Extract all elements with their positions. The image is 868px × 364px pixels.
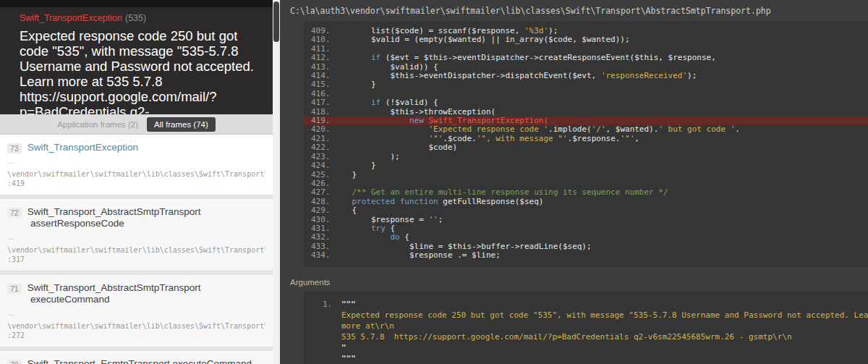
frame-head: 70 Swift_Transport_EsmtpTransport execut…	[7, 358, 265, 364]
line-number: 415.	[304, 80, 333, 89]
frame-number: 71	[7, 284, 22, 294]
left-scrollbar-track[interactable]	[273, 0, 280, 364]
exception-message: Expected response code 250 but got code …	[20, 28, 260, 114]
frames-tab-bar: Application frames (2) All frames (74)	[0, 114, 273, 135]
argument-index: 1.	[323, 299, 341, 310]
exception-class: Swift_TransportException	[20, 13, 122, 23]
frame-ellipsis: …	[7, 234, 265, 241]
code-line: 410. $valid = (empty($wanted) || in_arra…	[304, 35, 868, 44]
frame-ellipsis: …	[7, 158, 265, 165]
frame-item[interactable]: 72 Swift_Transport_AbstractSmtpTransport…	[0, 199, 273, 271]
frames-list: 73 Swift_TransportException … \vendor\sw…	[0, 135, 273, 364]
file-path[interactable]: C:\la\auth3\vendor\swiftmailer\swiftmail…	[290, 6, 771, 16]
frame-path: \vendor\swiftmailer\swiftmailer\lib\clas…	[7, 169, 265, 179]
argument-value-line: 1."""	[323, 299, 862, 310]
exception-header: Swift_TransportException(535) Expected r…	[0, 7, 273, 114]
line-number: 429.	[304, 206, 333, 215]
frame-item[interactable]: 71 Swift_Transport_AbstractSmtpTransport…	[0, 275, 273, 347]
frame-path: \vendor\swiftmailer\swiftmailer\lib\clas…	[7, 245, 265, 255]
frame-method: assertResponseCode	[30, 218, 265, 229]
frame-number: 70	[7, 360, 22, 364]
frame-line-number: :272	[7, 331, 265, 340]
argument-value-line: """	[323, 353, 862, 364]
code-line: 425. }	[304, 171, 868, 179]
frame-class: Swift_Transport_AbstractSmtpTransport	[27, 282, 201, 294]
line-number: 420.	[304, 125, 333, 134]
frame-number: 73	[7, 143, 22, 153]
code-line: 415. }	[304, 80, 868, 89]
frame-head: 71 Swift_Transport_AbstractSmtpTransport	[7, 282, 265, 294]
line-number: 427.	[304, 188, 333, 197]
exception-class-row: Swift_TransportException(535)	[20, 13, 260, 23]
frame-item[interactable]: 70 Swift_Transport_EsmtpTransport execut…	[0, 351, 273, 364]
frame-item[interactable]: 73 Swift_TransportException … \vendor\sw…	[0, 135, 273, 195]
frame-line-number: :419	[7, 179, 265, 188]
frame-class: Swift_TransportException	[27, 142, 138, 153]
frame-line-number: :317	[7, 255, 265, 264]
code-line: 434. $response .= $line;	[304, 251, 868, 260]
code-line: 424. }	[304, 161, 868, 170]
code-viewer: 409. list($code) = sscanf($response, '%3…	[304, 22, 868, 267]
argument-value-line: 535 5.7.8 https://support.google.com/mai…	[323, 331, 862, 342]
frame-ellipsis: …	[7, 310, 265, 317]
frame-head: 72 Swift_Transport_AbstractSmtpTransport	[7, 206, 265, 218]
frame-path: \vendor\swiftmailer\swiftmailer\lib\clas…	[7, 321, 265, 331]
file-path-bar: C:\la\auth3\vendor\swiftmailer\swiftmail…	[280, 0, 868, 22]
arguments-panel: 1."""Expected response code 250 but got …	[304, 292, 868, 364]
left-scrollbar-thumb[interactable]	[273, 1, 279, 42]
line-number: 422.	[304, 143, 333, 152]
line-number: 412.	[304, 54, 333, 62]
frame-number: 72	[7, 208, 22, 218]
argument-value-line: "	[323, 342, 862, 353]
line-number: 410.	[304, 35, 333, 44]
frame-class: Swift_Transport_EsmtpTransport executeCo…	[27, 358, 252, 364]
frame-head: 73 Swift_TransportException	[7, 142, 265, 153]
left-pane: Swift_TransportException(535) Expected r…	[0, 0, 273, 364]
argument-value-line: Expected response code 250 but got code …	[323, 310, 862, 321]
frame-method: executeCommand	[30, 294, 265, 305]
argument-value-line: more at\r\n	[323, 321, 862, 331]
code-line: 423. );	[304, 153, 868, 161]
line-number: 432.	[304, 233, 333, 242]
arguments-label: Arguments	[280, 273, 868, 292]
code-line: 428. protected function getFullResponse(…	[304, 198, 868, 206]
right-pane: C:\la\auth3\vendor\swiftmailer\swiftmail…	[280, 0, 868, 364]
line-number: 434.	[304, 251, 333, 260]
top-strip	[0, 0, 273, 7]
line-number: 417.	[304, 98, 333, 107]
exception-code: (535)	[125, 13, 146, 23]
line-number: 424.	[304, 161, 333, 170]
frame-class: Swift_Transport_AbstractSmtpTransport	[27, 206, 201, 218]
code-line: 414. $this->eventDispatcher->dispatchEve…	[304, 72, 868, 80]
tab-application-frames[interactable]: Application frames (2)	[57, 120, 138, 129]
tab-all-frames[interactable]: All frames (74)	[147, 117, 216, 132]
